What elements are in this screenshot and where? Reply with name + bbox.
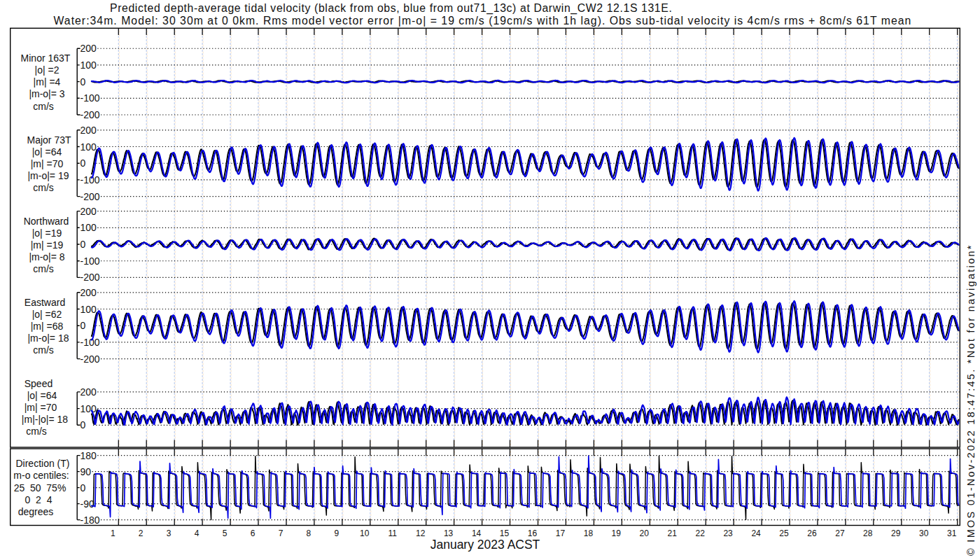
svg-text:Northward: Northward: [24, 216, 69, 227]
svg-text:cm/s: cm/s: [26, 426, 47, 437]
svg-text:cm/s: cm/s: [33, 263, 54, 274]
svg-text:Direction (T): Direction (T): [15, 458, 69, 469]
svg-text:Minor 163T: Minor 163T: [21, 52, 71, 64]
svg-text:24: 24: [751, 528, 761, 538]
svg-text:0: 0: [80, 482, 86, 493]
svg-text:12: 12: [416, 528, 426, 538]
svg-text:cm/s: cm/s: [33, 101, 54, 112]
svg-text:29: 29: [891, 528, 901, 538]
svg-text:200: 200: [80, 125, 97, 136]
svg-text:|m|-|o|= 18: |m|-|o|= 18: [22, 414, 69, 425]
svg-text:|m-o|= 18: |m-o|= 18: [27, 332, 69, 344]
svg-text:0: 0: [80, 320, 86, 331]
svg-text:100: 100: [80, 141, 97, 153]
svg-text:-200: -200: [80, 272, 100, 283]
svg-text:© IMOS 01-Nov-2022 18:47:45. *: © IMOS 01-Nov-2022 18:47:45. *Not for na…: [965, 244, 976, 556]
svg-text:0: 0: [80, 76, 86, 88]
svg-text:100: 100: [80, 59, 97, 71]
svg-text:200: 200: [80, 386, 97, 398]
svg-text:90: 90: [80, 466, 92, 477]
svg-text:Major 73T: Major 73T: [27, 134, 71, 146]
svg-text:|m| =70: |m| =70: [24, 402, 57, 413]
svg-text:-100: -100: [80, 255, 100, 267]
svg-text:3: 3: [167, 528, 172, 538]
svg-text:-200: -200: [80, 191, 100, 202]
svg-text:|o| =2: |o| =2: [35, 64, 59, 76]
svg-text:100: 100: [80, 304, 97, 315]
svg-text:Predicted depth-average tidal: Predicted depth-average tidal velocity (…: [110, 2, 672, 15]
svg-text:100: 100: [80, 222, 97, 233]
svg-text:0 2 4: 0 2 4: [25, 494, 52, 505]
svg-text:-180: -180: [80, 514, 100, 526]
svg-text:-200: -200: [80, 109, 100, 120]
svg-text:Water:34m. Model: 30 30m at 0: Water:34m. Model: 30 30m at 0 0km. Rms m…: [54, 15, 912, 27]
svg-text:30: 30: [919, 528, 929, 538]
svg-text:11: 11: [388, 528, 398, 538]
svg-text:9: 9: [335, 528, 340, 538]
svg-text:16: 16: [528, 528, 538, 538]
svg-text:|m| =70: |m| =70: [31, 158, 64, 169]
svg-text:200: 200: [80, 43, 97, 54]
svg-text:January 2023 ACST: January 2023 ACST: [430, 538, 540, 552]
svg-text:5: 5: [223, 528, 227, 538]
svg-text:|m| =68: |m| =68: [31, 321, 64, 332]
svg-text:Eastward: Eastward: [24, 297, 65, 308]
svg-text:0: 0: [80, 419, 86, 430]
svg-text:10: 10: [360, 528, 370, 538]
svg-text:-100: -100: [80, 337, 100, 348]
svg-text:100: 100: [80, 403, 97, 414]
svg-text:-100: -100: [80, 92, 100, 104]
svg-text:14: 14: [472, 528, 482, 538]
svg-text:m-o centiles:: m-o centiles:: [13, 470, 69, 481]
svg-text:cm/s: cm/s: [33, 182, 54, 193]
svg-text:-200: -200: [80, 354, 100, 365]
svg-text:0: 0: [80, 239, 86, 250]
svg-text:6: 6: [251, 528, 255, 538]
svg-text:17: 17: [556, 528, 566, 538]
svg-text:15: 15: [500, 528, 510, 538]
svg-text:25 50 75%: 25 50 75%: [14, 482, 66, 493]
svg-text:-90: -90: [80, 498, 94, 510]
svg-text:|m-o|= 19: |m-o|= 19: [27, 170, 69, 181]
svg-text:23: 23: [723, 528, 733, 538]
svg-text:28: 28: [863, 528, 873, 538]
svg-text:21: 21: [668, 528, 678, 538]
svg-text:180: 180: [80, 450, 97, 461]
svg-text:26: 26: [807, 528, 817, 538]
svg-text:degrees: degrees: [18, 506, 54, 517]
svg-text:27: 27: [835, 528, 845, 538]
svg-text:cm/s: cm/s: [33, 344, 54, 356]
svg-text:|m-o|= 3: |m-o|= 3: [29, 88, 64, 99]
svg-text:7: 7: [279, 528, 284, 538]
svg-text:20: 20: [640, 528, 650, 538]
svg-text:|o| =64: |o| =64: [32, 146, 62, 158]
svg-text:2: 2: [139, 528, 144, 538]
svg-text:-100: -100: [80, 174, 100, 186]
svg-text:31: 31: [947, 528, 957, 538]
svg-text:|m| =4: |m| =4: [34, 76, 61, 88]
svg-text:25: 25: [779, 528, 789, 538]
svg-text:|m| =19: |m| =19: [31, 239, 64, 251]
svg-text:200: 200: [80, 287, 97, 298]
svg-text:19: 19: [612, 528, 622, 538]
svg-text:200: 200: [80, 206, 97, 217]
svg-text:18: 18: [584, 528, 594, 538]
svg-text:0: 0: [80, 158, 86, 169]
svg-text:Speed: Speed: [24, 378, 52, 389]
svg-text:13: 13: [444, 528, 454, 538]
svg-text:|o| =19: |o| =19: [32, 227, 62, 239]
svg-text:22: 22: [696, 528, 706, 538]
svg-text:1: 1: [111, 528, 115, 538]
svg-text:|o| =62: |o| =62: [32, 309, 62, 320]
svg-text:|m-o|= 8: |m-o|= 8: [29, 251, 64, 262]
svg-text:|o| =64: |o| =64: [27, 390, 57, 401]
svg-text:8: 8: [307, 528, 312, 538]
svg-text:4: 4: [195, 528, 200, 538]
